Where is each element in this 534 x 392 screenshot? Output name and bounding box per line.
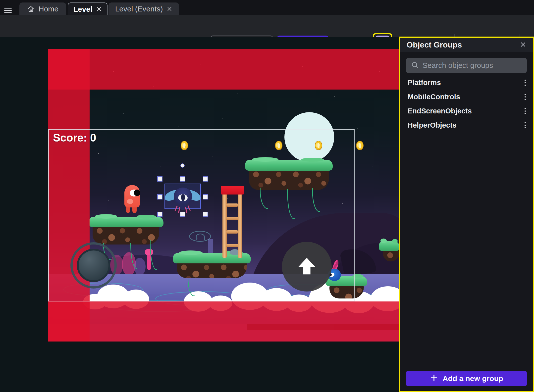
scene-editor-canvas[interactable]: Score: 0 757;-369 [0,37,400,392]
coin-sprite[interactable] [356,141,364,150]
danger-zone-top[interactable] [48,49,400,90]
game-editor-window: Home Level Level (Events) [0,0,534,392]
hamburger-menu-icon[interactable] [3,5,13,15]
kebab-menu-icon[interactable] [523,92,527,101]
game-window-frame [48,129,355,301]
group-label: HelperObjects [408,121,457,129]
danger-zone-bottom[interactable] [48,301,400,342]
group-row-helperobjects[interactable]: HelperObjects [400,118,533,132]
tab-bar: Home Level Level (Events) [0,0,534,15]
search-icon [411,61,419,70]
tab-level-label: Level [73,5,93,13]
object-groups-panel: Object Groups Platforms MobileControls E… [399,37,534,392]
kebab-menu-icon[interactable] [523,121,527,130]
add-group-label: Add a new group [443,374,503,383]
panel-title: Object Groups [407,40,462,49]
kebab-menu-icon[interactable] [523,78,527,87]
close-icon[interactable] [520,41,526,49]
kebab-menu-icon[interactable] [523,106,527,116]
tab-level-events[interactable]: Level (Events) [108,2,179,15]
home-icon [27,5,35,13]
group-row-platforms[interactable]: Platforms [400,76,533,90]
group-label: MobileControls [408,93,460,101]
group-list: Platforms MobileControls EndScreenObject… [400,76,533,132]
group-row-mobilecontrols[interactable]: MobileControls [400,90,533,104]
group-label: Platforms [408,79,441,87]
tab-level-events-close-icon[interactable] [167,6,172,12]
add-group-button[interactable]: Add a new group [406,371,527,386]
group-label: EndScreenObjects [408,107,472,115]
search-input[interactable] [423,61,522,70]
tab-home[interactable]: Home [19,2,66,15]
panel-header: Object Groups [400,38,533,52]
game-scene: Score: 0 [48,49,400,342]
tab-level[interactable]: Level [68,2,107,15]
search-box[interactable] [406,58,527,73]
group-row-endscreenobjects[interactable]: EndScreenObjects [400,104,533,118]
tab-level-close-icon[interactable] [96,6,102,12]
tab-level-events-label: Level (Events) [115,5,163,13]
score-hud-text: Score: 0 [53,132,96,144]
tab-home-label: Home [39,5,58,13]
toolbar: Preview Publish [0,15,534,37]
plus-icon [430,374,438,384]
